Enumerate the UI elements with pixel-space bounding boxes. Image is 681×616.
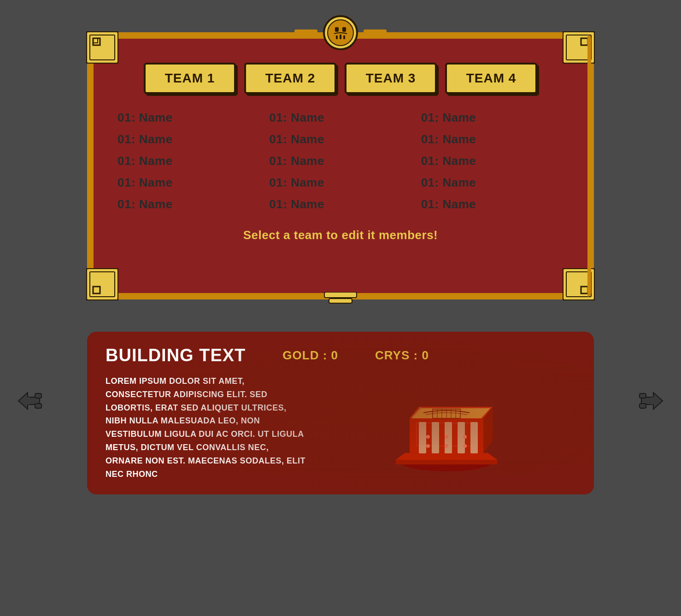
svg-rect-26: [640, 404, 646, 408]
svg-marker-28: [396, 453, 497, 460]
top-notch-right: [364, 29, 387, 39]
member-col3-row2: 01: Name: [421, 129, 564, 149]
svg-rect-19: [25, 397, 30, 405]
team-tabs: TEAM 1 TEAM 2 TEAM 3 TEAM 4: [108, 63, 573, 94]
bottom-header: BUILDING TEXT GOLD : 0 CRYS : 0: [106, 346, 575, 365]
svg-rect-16: [329, 299, 352, 303]
corner-bl: [86, 268, 118, 300]
svg-point-41: [426, 435, 430, 439]
main-panel: TEAM 1 TEAM 2 TEAM 3 TEAM 4 01: Name 01:…: [87, 32, 594, 299]
svg-rect-15: [324, 292, 357, 298]
svg-rect-5: [340, 35, 341, 39]
svg-rect-13: [563, 268, 595, 300]
left-arrow[interactable]: [14, 382, 51, 421]
svg-rect-20: [35, 393, 41, 398]
member-col2-row1: 01: Name: [269, 108, 411, 128]
bottom-wrapper: BUILDING TEXT GOLD : 0 CRYS : 0 Lorem ip…: [0, 309, 681, 494]
bottom-content: Lorem ipsum dolor sit amet, consectetur …: [106, 375, 575, 481]
member-col3-row3: 01: Name: [421, 151, 564, 171]
svg-rect-24: [651, 397, 656, 405]
top-notch-left: [294, 29, 317, 39]
member-col1-row2: 01: Name: [117, 129, 260, 149]
svg-rect-7: [86, 31, 118, 64]
member-col3-row1: 01: Name: [421, 108, 564, 128]
svg-point-42: [445, 435, 448, 439]
svg-rect-6: [343, 35, 345, 39]
corner-br: [563, 268, 595, 300]
member-col1-row1: 01: Name: [117, 108, 260, 128]
member-col2-row2: 01: Name: [269, 129, 411, 149]
right-arrow[interactable]: [630, 382, 667, 421]
member-col3-row5: 01: Name: [421, 194, 564, 214]
svg-point-43: [463, 435, 467, 439]
svg-rect-38: [470, 422, 478, 453]
member-col1-row3: 01: Name: [117, 151, 260, 171]
member-col1-row4: 01: Name: [117, 173, 260, 193]
instruction-text: Select a team to edit it members!: [108, 228, 573, 242]
members-grid: 01: Name 01: Name 01: Name 01: Name 01: …: [108, 108, 573, 214]
corner-tr: [563, 31, 595, 64]
team4-tab[interactable]: TEAM 4: [445, 63, 537, 94]
svg-marker-29: [396, 460, 497, 464]
svg-rect-4: [336, 35, 338, 39]
bottom-section: BUILDING TEXT GOLD : 0 CRYS : 0 Lorem ip…: [87, 332, 594, 494]
member-col2-row5: 01: Name: [269, 194, 411, 214]
team3-tab[interactable]: TEAM 3: [345, 63, 437, 94]
svg-rect-11: [86, 268, 118, 300]
svg-rect-21: [35, 404, 41, 408]
building-title: BUILDING TEXT: [106, 346, 246, 365]
team1-tab[interactable]: TEAM 1: [144, 63, 236, 94]
svg-point-46: [463, 444, 467, 448]
member-col3-row4: 01: Name: [421, 173, 564, 193]
svg-point-45: [445, 444, 448, 448]
svg-rect-2: [335, 27, 339, 32]
top-emblem: [322, 14, 359, 51]
svg-rect-35: [432, 422, 439, 453]
crys-label: CRYS : 0: [375, 348, 429, 363]
member-col1-row5: 01: Name: [117, 194, 260, 214]
svg-rect-25: [640, 393, 646, 398]
svg-rect-3: [342, 27, 346, 32]
corner-tl: [86, 31, 118, 64]
gold-label: GOLD : 0: [282, 348, 338, 363]
bottom-deco: [322, 292, 359, 306]
svg-rect-9: [563, 31, 595, 64]
member-col2-row4: 01: Name: [269, 173, 411, 193]
team2-tab[interactable]: TEAM 2: [244, 63, 336, 94]
svg-point-44: [426, 444, 430, 448]
description-text: Lorem ipsum dolor sit amet, consectetur …: [106, 375, 308, 481]
svg-rect-34: [419, 422, 426, 453]
building-image: [317, 375, 575, 481]
member-col2-row3: 01: Name: [269, 151, 411, 171]
